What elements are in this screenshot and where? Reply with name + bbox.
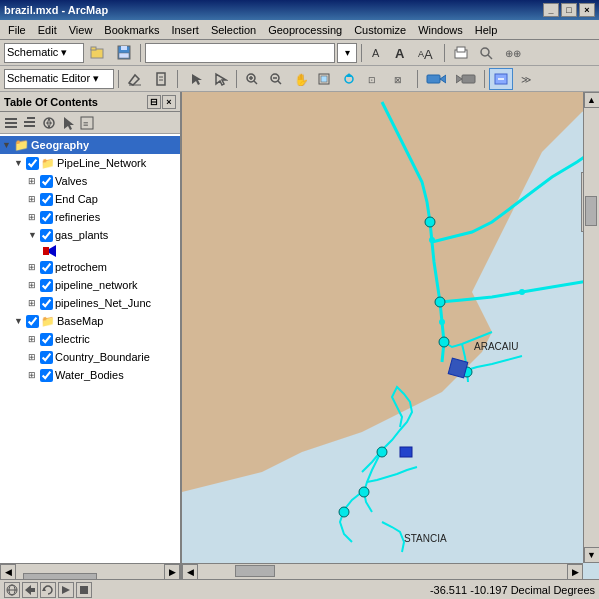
toc-item-water[interactable]: ⊞ Water_Bodies <box>0 366 180 384</box>
expand-icon-water[interactable]: ⊞ <box>28 370 38 380</box>
toolbar-save-btn[interactable] <box>112 42 136 64</box>
menu-view[interactable]: View <box>63 22 99 38</box>
checkbox-basemap[interactable] <box>26 315 39 328</box>
schematic-filter-dropdown[interactable]: ▾ <box>337 43 357 63</box>
menu-bookmarks[interactable]: Bookmarks <box>98 22 165 38</box>
checkbox-country[interactable] <box>40 351 53 364</box>
expand-icon-valves[interactable]: ⊞ <box>28 176 38 186</box>
checkbox-electric[interactable] <box>40 333 53 346</box>
expand-icon-pipeline[interactable]: ▼ <box>14 158 24 168</box>
menu-file[interactable]: File <box>2 22 32 38</box>
toc-scroll-right-btn[interactable]: ▶ <box>164 564 180 580</box>
checkbox-gasplants[interactable] <box>40 229 53 242</box>
toc-scroll-thumb-h[interactable] <box>23 573 97 580</box>
tb-forward[interactable] <box>452 68 480 90</box>
checkbox-pipeline-network2[interactable] <box>40 279 53 292</box>
toc-item-petrochem[interactable]: ⊞ petrochem <box>0 258 180 276</box>
map-scroll-up-btn[interactable]: ▲ <box>584 92 600 108</box>
toc-header-controls[interactable]: ⊟ × <box>147 95 176 109</box>
menu-geoprocessing[interactable]: Geoprocessing <box>262 22 348 38</box>
menu-insert[interactable]: Insert <box>165 22 205 38</box>
menu-help[interactable]: Help <box>469 22 504 38</box>
map-scroll-down-btn[interactable]: ▼ <box>584 547 600 563</box>
map-area[interactable]: ARACAIU STANCIA Search ▲ ▼ ◀ ▶ <box>182 92 599 579</box>
checkbox-endcap[interactable] <box>40 193 53 206</box>
toc-item-pipeline-network2[interactable]: ⊞ pipeline_network <box>0 276 180 294</box>
toc-list-btn[interactable] <box>2 114 20 132</box>
checkbox-valves[interactable] <box>40 175 53 188</box>
toolbar-open-btn[interactable] <box>86 42 110 64</box>
map-scrollbar-h[interactable]: ◀ ▶ <box>182 563 583 579</box>
tb-edit2[interactable] <box>210 68 232 90</box>
menu-customize[interactable]: Customize <box>348 22 412 38</box>
toc-group-pipeline-network[interactable]: ▼ 📁 PipeLine_Network <box>0 154 180 172</box>
schematic-search-input[interactable] <box>145 43 335 63</box>
tb-extent1[interactable]: ⊡ <box>363 68 387 90</box>
minimize-button[interactable]: _ <box>543 3 559 17</box>
toc-item-endcap[interactable]: ⊞ End Cap <box>0 190 180 208</box>
menu-selection[interactable]: Selection <box>205 22 262 38</box>
expand-icon-gasplants[interactable]: ▼ <box>28 230 38 240</box>
toc-select-btn[interactable] <box>59 114 77 132</box>
toc-scroll-left-btn[interactable]: ◀ <box>0 564 16 580</box>
toolbar-btn-zoom[interactable] <box>475 42 499 64</box>
tb-zoom-out[interactable] <box>265 68 287 90</box>
expand-icon-refineries[interactable]: ⊞ <box>28 212 38 222</box>
expand-icon-geography[interactable]: ▼ <box>2 140 12 150</box>
map-scroll-left-btn[interactable]: ◀ <box>182 564 198 580</box>
tb-pan[interactable]: ✋ <box>289 68 311 90</box>
toolbar-btn-a2[interactable]: A <box>390 42 412 64</box>
status-icon-stop[interactable] <box>76 582 92 598</box>
map-scroll-right-btn[interactable]: ▶ <box>567 564 583 580</box>
toc-item-country[interactable]: ⊞ Country_Boundarie <box>0 348 180 366</box>
expand-icon-pipeline2[interactable]: ⊞ <box>28 280 38 290</box>
toolbar-btn-print[interactable] <box>449 42 473 64</box>
toc-group-geography[interactable]: ▼ 📁 Geography <box>0 136 180 154</box>
toc-group-basemap[interactable]: ▼ 📁 BaseMap <box>0 312 180 330</box>
tb-more[interactable]: ≫ <box>515 68 535 90</box>
tb-full-extent[interactable] <box>313 68 335 90</box>
toc-pin-btn[interactable]: ⊟ <box>147 95 161 109</box>
expand-icon-pipjunc[interactable]: ⊞ <box>28 298 38 308</box>
tb-select[interactable] <box>186 68 208 90</box>
checkbox-pipeline-network[interactable] <box>26 157 39 170</box>
menu-edit[interactable]: Edit <box>32 22 63 38</box>
toc-item-pipelines-junc[interactable]: ⊞ pipelines_Net_Junc <box>0 294 180 312</box>
checkbox-petrochem[interactable] <box>40 261 53 274</box>
map-scroll-thumb-h[interactable] <box>235 565 275 577</box>
tb-active[interactable] <box>489 68 513 90</box>
toc-scrollbar-h[interactable]: ◀ ▶ <box>0 563 180 579</box>
window-controls[interactable]: _ □ × <box>543 3 595 17</box>
status-icon-play[interactable] <box>58 582 74 598</box>
toolbar-btn-a1[interactable]: A <box>366 42 388 64</box>
checkbox-water[interactable] <box>40 369 53 382</box>
status-icon-arrow[interactable] <box>22 582 38 598</box>
toc-item-valves[interactable]: ⊞ Valves <box>0 172 180 190</box>
toolbar-btn-a3[interactable]: AA <box>414 42 440 64</box>
schematic-editor-dropdown[interactable]: Schematic Editor ▾ <box>4 69 114 89</box>
toc-item-electric[interactable]: ⊞ electric <box>0 330 180 348</box>
maximize-button[interactable]: □ <box>561 3 577 17</box>
toolbar-edit-btn2[interactable] <box>149 68 173 90</box>
expand-icon-electric[interactable]: ⊞ <box>28 334 38 344</box>
expand-icon-basemap[interactable]: ▼ <box>14 316 24 326</box>
map-scrollbar-v[interactable]: ▲ ▼ <box>583 92 599 563</box>
tb-refresh[interactable] <box>337 68 361 90</box>
expand-icon-endcap[interactable]: ⊞ <box>28 194 38 204</box>
toc-source-btn[interactable] <box>40 114 58 132</box>
status-icon-refresh[interactable] <box>40 582 56 598</box>
menu-windows[interactable]: Windows <box>412 22 469 38</box>
checkbox-pipjunc[interactable] <box>40 297 53 310</box>
schematic-dropdown[interactable]: Schematic ▾ <box>4 43 84 63</box>
tb-extent2[interactable]: ⊠ <box>389 68 413 90</box>
toc-close-btn[interactable]: × <box>162 95 176 109</box>
toc-options-btn[interactable]: ≡ <box>78 114 96 132</box>
close-button[interactable]: × <box>579 3 595 17</box>
toc-tree-btn[interactable] <box>21 114 39 132</box>
map-canvas[interactable]: ARACAIU STANCIA <box>182 92 599 579</box>
toc-item-gasplants[interactable]: ▼ gas_plants <box>0 226 180 244</box>
checkbox-refineries[interactable] <box>40 211 53 224</box>
map-scroll-thumb-v[interactable] <box>585 196 597 226</box>
toc-item-refineries[interactable]: ⊞ refineries <box>0 208 180 226</box>
status-icon-globe[interactable] <box>4 582 20 598</box>
